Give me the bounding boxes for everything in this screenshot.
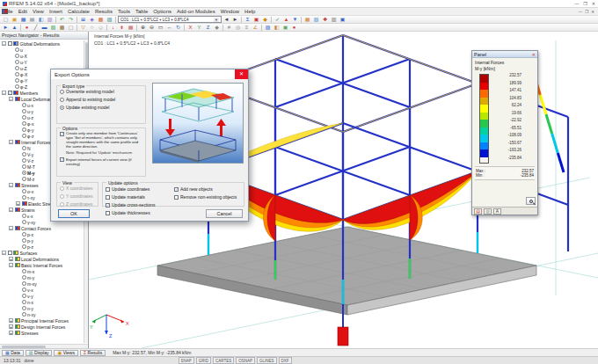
panel-zoom-button[interactable]	[526, 197, 536, 205]
tree-item[interactable]: m-y	[1, 274, 88, 280]
tree-radio[interactable]	[22, 189, 26, 193]
status-toggle[interactable]: CARTES	[213, 357, 234, 364]
legend-toggle[interactable]: ▧	[312, 16, 320, 23]
open-file[interactable]: ▣	[11, 16, 18, 23]
collapse-icon[interactable]: −	[2, 41, 6, 46]
tree-radio[interactable]	[22, 164, 26, 169]
tree-radio[interactable]	[15, 54, 19, 58]
tree-radio[interactable]	[22, 238, 26, 243]
tree-item[interactable]: u	[1, 47, 88, 53]
copy[interactable]: ◧	[37, 16, 45, 23]
increase-values[interactable]: ▲	[282, 16, 290, 23]
tree-radio[interactable]	[22, 158, 26, 163]
redo[interactable]: ↷	[67, 16, 75, 23]
cancel-button[interactable]: Cancel	[206, 209, 243, 218]
misc-options[interactable]: ▥	[330, 16, 338, 23]
guidelines[interactable]: ≡	[243, 24, 251, 31]
view-y[interactable]: Y	[195, 24, 203, 31]
expand-icon[interactable]: +	[16, 201, 20, 206]
expand-icon[interactable]: +	[9, 324, 13, 329]
previous-load-case[interactable]: ◄	[222, 16, 230, 23]
tree-radio[interactable]	[22, 232, 26, 237]
pan[interactable]: ↔	[165, 24, 173, 31]
new-support[interactable]: ▽	[79, 24, 87, 31]
new-model[interactable]: ⊞	[79, 16, 87, 23]
status-toggle[interactable]: OSNAP	[236, 357, 255, 364]
tab-data[interactable]: ▦ Data	[2, 350, 24, 356]
tree-radio[interactable]	[22, 244, 26, 249]
collapse-icon[interactable]: −	[9, 263, 13, 267]
new-file[interactable]: ▢	[2, 16, 10, 23]
clipping[interactable]: ◧	[273, 24, 281, 31]
close-button[interactable]: ✕	[592, 1, 595, 6]
check-remove-non-existing[interactable]: Remove non-existing objects	[171, 194, 244, 200]
check-add-new-objects[interactable]: Add new objects	[171, 186, 244, 192]
calculate[interactable]: Σ	[244, 16, 252, 23]
tree-radio[interactable]	[22, 288, 26, 292]
tree-radio[interactable]	[22, 115, 26, 120]
view-x[interactable]: X	[186, 24, 194, 31]
menu-item[interactable]: Add-on Modules	[174, 9, 218, 14]
show-results[interactable]: ▣	[252, 16, 260, 23]
tree-checkbox[interactable]	[8, 41, 12, 46]
radio-append-model[interactable]: Append to existing model	[57, 97, 145, 102]
select-arrow[interactable]: ►	[2, 24, 10, 31]
tree-item[interactable]: −Global Deformations	[1, 40, 88, 47]
rendering[interactable]: ▣	[281, 24, 289, 31]
tree-radio[interactable]	[22, 195, 26, 200]
nodal-load[interactable]: ↓	[109, 24, 117, 31]
paste[interactable]: ▥	[46, 16, 54, 23]
check-update-coordinates[interactable]: Update coordinates	[103, 186, 170, 192]
view-isometric[interactable]: ◆	[213, 24, 221, 31]
check-update-thicknesses[interactable]: Update thicknesses	[103, 210, 170, 215]
tree-item[interactable]: +Principal Internal Forces	[1, 317, 88, 324]
tree-radio[interactable]	[22, 177, 26, 181]
tree-item[interactable]: −Surfaces	[1, 250, 88, 256]
view-z[interactable]: Z	[204, 24, 212, 31]
tree-item[interactable]: p-y	[1, 237, 88, 244]
save-file[interactable]: ▦	[19, 16, 27, 23]
collapse-icon[interactable]: −	[9, 183, 13, 187]
tree-radio[interactable]	[15, 60, 19, 64]
radio-update-model[interactable]: Update existing model	[57, 105, 145, 110]
tree-radio[interactable]	[15, 84, 19, 89]
tree-radio[interactable]	[22, 152, 26, 157]
tree-radio[interactable]	[22, 281, 26, 286]
tree-item[interactable]: +Design Internal Forces	[1, 324, 88, 330]
new-hinge[interactable]: ○	[88, 24, 96, 31]
menu-item[interactable]: Results	[92, 9, 115, 14]
menu-item[interactable]: Window	[218, 9, 242, 14]
tree-radio[interactable]	[22, 300, 26, 304]
tree-radio[interactable]	[15, 72, 19, 76]
collapse-icon[interactable]: −	[9, 97, 13, 101]
display-properties[interactable]: ▨	[106, 16, 113, 23]
expand-icon[interactable]: +	[9, 331, 13, 335]
menu-item[interactable]: Edit	[16, 9, 30, 14]
status-toggle[interactable]: DXF	[279, 357, 292, 364]
zoom-window[interactable]: ▭	[157, 24, 164, 31]
dialog-close-icon[interactable]: ✕	[235, 69, 248, 79]
next-load-case[interactable]: ►	[231, 16, 239, 23]
expand-icon[interactable]: +	[9, 257, 13, 261]
collapse-icon[interactable]: −	[9, 207, 13, 212]
apply-results[interactable]: ✓	[273, 16, 281, 23]
check-export-internal-forces[interactable]: Export internal forces of current view (…	[57, 157, 145, 166]
tree-item[interactable]: v-y	[1, 293, 88, 299]
tree-radio[interactable]	[22, 275, 26, 280]
tab-results[interactable]: Σ Results	[80, 350, 106, 356]
tree-radio[interactable]	[22, 306, 26, 310]
tab-views[interactable]: ▣ Views	[54, 350, 77, 356]
tree-item[interactable]: n-y	[1, 305, 88, 311]
select-special[interactable]: ▲	[11, 24, 18, 31]
new-line[interactable]: ╱	[32, 24, 40, 31]
tree-radio[interactable]	[22, 146, 26, 150]
check-continuous-members[interactable]: Create only one member from 'Continuous'…	[57, 131, 145, 149]
dimensions[interactable]: ∠	[252, 24, 259, 31]
status-toggle[interactable]: GLINES	[257, 357, 277, 364]
collapse-icon[interactable]: −	[2, 91, 6, 95]
tree-item[interactable]: m-xy	[1, 280, 88, 287]
menu-item[interactable]: Calculate	[65, 9, 92, 14]
undo[interactable]: ↶	[58, 16, 66, 23]
eccentricity[interactable]: ◇	[97, 24, 105, 31]
rotate-view[interactable]: ↻	[174, 24, 182, 31]
